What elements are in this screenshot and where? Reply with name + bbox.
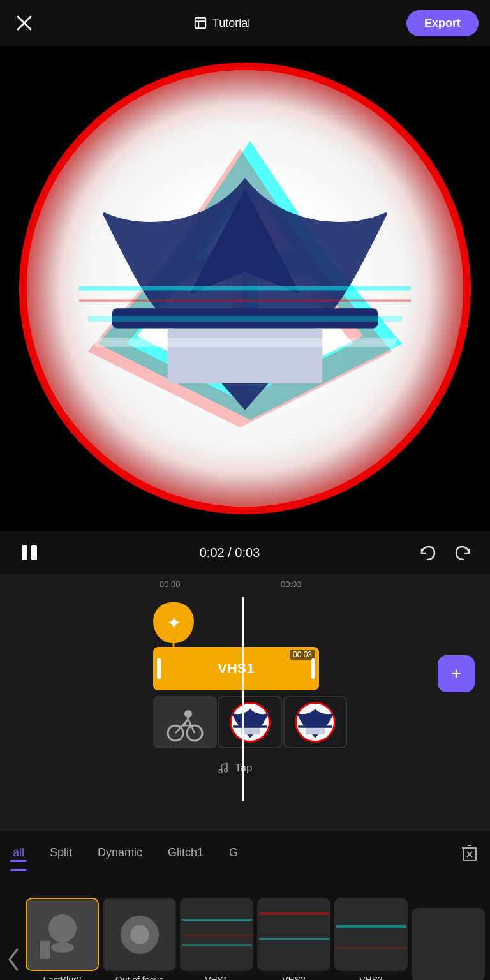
clip-time-badge: 00:03 (290, 650, 315, 660)
delete-filter-button[interactable] (459, 843, 480, 863)
svg-point-35 (48, 914, 77, 942)
filter-thumb-vhs2[interactable] (257, 898, 330, 971)
current-time: 0:02 (200, 546, 225, 560)
filter-name-vhs3: VHS3 (359, 975, 383, 980)
fastblur2-preview (27, 900, 98, 970)
filter-thumb-more[interactable] (412, 908, 485, 980)
video-thumb-1[interactable] (153, 696, 217, 748)
export-button[interactable]: Export (406, 10, 479, 36)
svg-point-28 (225, 769, 228, 772)
total-time: 0:03 (235, 546, 260, 560)
video-thumbnails-track (0, 694, 490, 750)
svg-rect-26 (306, 728, 325, 734)
filter-name-vhs2: VHS2 (282, 975, 306, 980)
svg-rect-36 (40, 941, 50, 959)
add-icon: + (451, 665, 461, 683)
svg-rect-8 (79, 338, 411, 347)
svg-rect-22 (233, 725, 267, 728)
timeline-ruler: 00:00 00:03 (153, 574, 490, 597)
preview-canvas (0, 46, 490, 531)
vhs3-preview (336, 900, 406, 970)
video-thumb-3[interactable] (283, 696, 347, 748)
vhs-clip-track: VHS1 00:03 (0, 646, 490, 692)
time-separator: / (225, 546, 235, 560)
vhs2-preview (259, 900, 329, 970)
video-preview (0, 46, 490, 531)
filter-item-fastblur2[interactable]: FastBlur2 (26, 898, 99, 980)
music-icon (217, 762, 230, 775)
filter-name-vhs1: VHS1 (205, 975, 228, 980)
svg-rect-13 (31, 545, 37, 560)
bike-thumb-icon (160, 700, 211, 745)
tab-split[interactable]: Split (47, 846, 75, 859)
more-preview (413, 910, 484, 980)
tab-g[interactable]: G (226, 846, 241, 859)
svg-rect-10 (79, 286, 411, 291)
redo-button[interactable] (452, 541, 475, 564)
mini-logo-icon (228, 700, 272, 745)
effect-marker[interactable]: ✦ (153, 602, 194, 643)
svg-rect-25 (298, 725, 332, 728)
tab-glitch1[interactable]: Glitch1 (165, 846, 206, 859)
audio-track: Tap (0, 752, 490, 785)
delete-icon (459, 843, 480, 863)
vhs1-preview (182, 900, 252, 970)
tab-dynamic[interactable]: Dynamic (95, 846, 145, 859)
pause-button[interactable] (15, 538, 43, 567)
filter-thumb-vhs3[interactable] (334, 898, 408, 971)
svg-rect-42 (182, 919, 252, 921)
svg-rect-9 (79, 316, 411, 322)
svg-rect-51 (413, 910, 484, 980)
outoffocus-preview (105, 900, 175, 970)
svg-rect-12 (22, 545, 27, 560)
filter-item-outoffocus[interactable]: Out of focus (103, 898, 176, 980)
ruler-end: 00:03 (281, 579, 302, 589)
svg-rect-45 (259, 900, 329, 970)
clip-handle-left[interactable] (157, 658, 161, 679)
top-bar: Tutorial Export (0, 0, 490, 46)
undo-button[interactable] (416, 541, 439, 564)
svg-rect-49 (336, 925, 406, 928)
filter-name-outoffocus: Out of focus (115, 975, 163, 980)
filter-item-vhs1[interactable]: VHS1 (180, 898, 253, 980)
sparkle-icon: ✦ (167, 612, 181, 634)
svg-rect-44 (182, 944, 252, 946)
tab-all[interactable]: all (10, 846, 27, 859)
close-button[interactable] (11, 10, 37, 36)
svg-rect-11 (79, 299, 411, 301)
playhead[interactable] (242, 597, 244, 801)
vhs-clip[interactable]: VHS1 00:03 (153, 647, 319, 690)
filter-thumb-vhs1[interactable] (180, 898, 253, 971)
video-thumb-2[interactable] (218, 696, 282, 748)
audio-label: Tap (217, 762, 252, 775)
svg-point-37 (51, 942, 74, 953)
svg-point-27 (219, 770, 222, 773)
svg-rect-7 (168, 328, 323, 383)
ruler-start: 00:00 (160, 579, 181, 589)
add-clip-button[interactable]: + (438, 655, 475, 692)
timeline-section: 00:00 00:03 ✦ VHS1 00:03 (0, 574, 490, 829)
book-icon (193, 16, 207, 30)
mini-logo-icon-2 (293, 700, 338, 745)
chevron-left-icon (6, 947, 21, 972)
tutorial-label: Tutorial (193, 16, 250, 30)
undo-redo-controls (416, 541, 475, 564)
svg-point-40 (130, 925, 149, 944)
filter-item-more[interactable] (412, 908, 485, 980)
filter-grid: FastBlur2 Out of focus VHS1 (0, 875, 490, 980)
glitch-circle (22, 65, 468, 512)
filter-prev-button[interactable] (5, 934, 22, 980)
filter-thumb-fastblur2[interactable] (26, 898, 99, 971)
clip-handle-right[interactable] (311, 658, 315, 679)
svg-rect-48 (336, 900, 406, 970)
filter-item-vhs3[interactable]: VHS3 (334, 898, 408, 980)
tutorial-text: Tutorial (212, 17, 250, 30)
filter-tabs: all Split Dynamic Glitch1 G (0, 829, 490, 875)
filter-thumb-outoffocus[interactable] (103, 898, 176, 971)
svg-rect-47 (259, 938, 329, 940)
playback-bar: 0:02 / 0:03 (0, 531, 490, 574)
effect-track: ✦ (0, 602, 490, 643)
filter-item-vhs2[interactable]: VHS2 (257, 898, 330, 980)
logo-svg (79, 122, 411, 454)
svg-rect-2 (195, 18, 206, 29)
